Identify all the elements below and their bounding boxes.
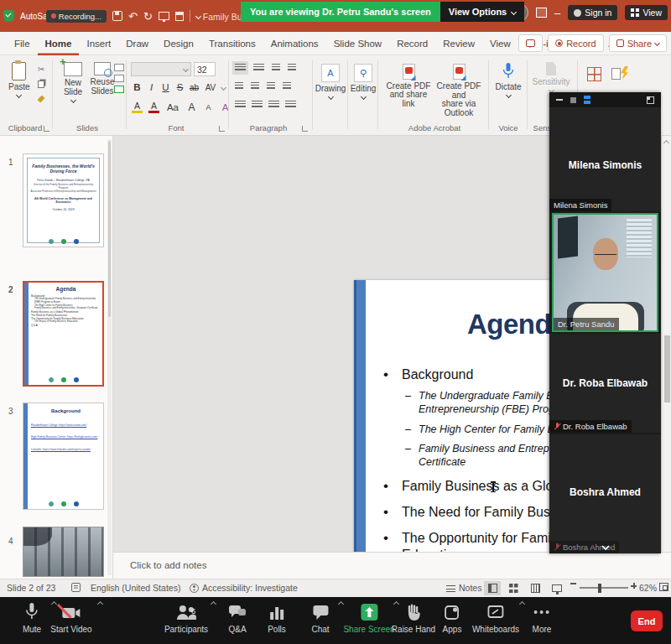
comments-button[interactable]	[518, 34, 543, 52]
align-left-button[interactable]	[235, 101, 246, 109]
columns-button[interactable]	[267, 82, 275, 91]
participant-tile-milena[interactable]: Milena Simonis Milena Simonis	[549, 107, 661, 211]
format-painter-icon[interactable]	[35, 94, 47, 104]
chat-button[interactable]: Chat	[311, 604, 329, 634]
align-right-button[interactable]	[268, 101, 279, 109]
notes-placeholder[interactable]: Click to add notes	[130, 560, 206, 570]
shadow-button[interactable]: S	[174, 82, 185, 92]
tab-design[interactable]: Design	[156, 32, 201, 55]
decrease-font-size-button[interactable]: A	[203, 103, 214, 112]
panel-speaker-view-icon[interactable]	[570, 97, 576, 103]
reset-icon[interactable]	[114, 75, 124, 82]
participant-video-petru[interactable]: Dr. Petru Sandu	[552, 213, 658, 332]
clear-formatting-button[interactable]: A	[220, 102, 231, 112]
panel-minimize-icon[interactable]	[556, 99, 563, 101]
copy-icon[interactable]	[35, 79, 47, 89]
record-button[interactable]: Record	[548, 34, 603, 52]
bullets-button[interactable]	[235, 64, 246, 72]
slide-thumbnail-4[interactable]	[23, 527, 104, 577]
italic-button[interactable]: I	[146, 82, 157, 92]
bold-button[interactable]: B	[132, 82, 143, 92]
slide-thumbnail-1[interactable]: Family Businesses, the World's Driving F…	[23, 153, 104, 247]
whiteboards-options-caret-icon[interactable]	[519, 601, 525, 607]
change-case-button[interactable]: Aa	[165, 102, 180, 112]
slide-thumbnail-2-selected[interactable]: Agenda Background The Undergraduate Fami…	[23, 281, 104, 387]
paste-button[interactable]: Paste	[8, 62, 30, 97]
view-options-button[interactable]: View Options	[440, 2, 524, 22]
slide-thumbnail-3[interactable]: Background Elizabethtown College: https:…	[23, 402, 104, 510]
zoom-out-button[interactable]	[570, 583, 576, 584]
tab-draw[interactable]: Draw	[118, 32, 156, 55]
share-button[interactable]: Share	[609, 34, 667, 52]
decrease-indent-button[interactable]	[235, 82, 243, 91]
font-size-combobox[interactable]: 32	[194, 62, 216, 76]
spellcheck-icon[interactable]	[71, 583, 81, 592]
raise-hand-button[interactable]: Raise Hand	[392, 604, 435, 634]
scrollbar-thumb[interactable]	[664, 335, 670, 402]
addin-grid-icon[interactable]	[587, 67, 601, 81]
zoom-view-button[interactable]: View	[625, 5, 668, 20]
font-color-button[interactable]: A	[148, 101, 159, 113]
text-direction-button[interactable]	[283, 82, 291, 91]
zoom-slider[interactable]	[580, 587, 628, 589]
section-icon[interactable]	[114, 86, 124, 93]
notes-pane[interactable]: Click to add notes	[113, 552, 671, 579]
zoom-level[interactable]: 62%	[639, 583, 657, 593]
accessibility-status[interactable]: Accessibility: Investigate	[190, 583, 298, 593]
line-spacing-button[interactable]	[288, 64, 296, 72]
tab-slide-show[interactable]: Slide Show	[326, 32, 390, 55]
increase-font-size-button[interactable]: A	[186, 101, 197, 113]
polls-button[interactable]: Polls	[268, 604, 286, 634]
font-name-combobox[interactable]	[131, 62, 191, 76]
character-spacing-button[interactable]: AV	[203, 83, 218, 92]
align-center-button[interactable]	[252, 101, 263, 109]
highlight-color-button[interactable]: A	[132, 101, 143, 113]
end-meeting-button[interactable]: End	[631, 610, 663, 631]
mute-button[interactable]: Mute	[23, 604, 41, 634]
participant-tile-boshra[interactable]: Boshra Ahmed Boshra Ahmed	[549, 434, 661, 553]
qa-button[interactable]: Q&A	[228, 604, 247, 634]
layout-icon[interactable]	[114, 64, 124, 71]
slide-scrollbar[interactable]	[661, 136, 671, 579]
scroll-up-icon[interactable]	[663, 140, 669, 146]
numbering-button[interactable]	[253, 64, 264, 72]
create-pdf-share-outlook-button[interactable]: Create PDF and share via Outlook	[433, 64, 485, 117]
whiteboards-button[interactable]: Whiteboards	[472, 604, 519, 634]
participant-tile-roba[interactable]: Dr. Roba Elbawab Dr. Roba Elbawab	[549, 334, 661, 433]
reuse-slides-button[interactable]: Reuse Slides	[89, 62, 116, 96]
reading-view-button[interactable]	[527, 581, 544, 595]
tab-animations[interactable]: Animations	[263, 32, 326, 55]
tab-transitions[interactable]: Transitions	[201, 32, 263, 55]
sign-in-button[interactable]: Sign in	[568, 5, 617, 20]
share-screen-button[interactable]: Share Screen	[343, 604, 394, 634]
tab-record[interactable]: Record	[389, 32, 435, 55]
panel-popout-icon[interactable]	[647, 96, 654, 104]
participants-button[interactable]: Participants 6	[164, 604, 208, 634]
tab-insert[interactable]: Insert	[79, 32, 118, 55]
underline-button[interactable]: U	[160, 82, 171, 92]
fit-to-window-button[interactable]	[659, 583, 668, 591]
normal-view-button[interactable]	[484, 581, 501, 595]
create-pdf-share-link-button[interactable]: Create PDF and share link	[384, 64, 433, 108]
new-slide-button[interactable]: New Slide	[57, 62, 89, 102]
tab-file[interactable]: File	[7, 32, 38, 55]
start-video-button[interactable]: Start Video	[50, 604, 91, 634]
dictate-button[interactable]: Dictate	[493, 62, 523, 97]
apps-button[interactable]: Apps	[443, 604, 462, 634]
strikethrough-button[interactable]: ab	[189, 83, 200, 92]
justify-button[interactable]	[285, 101, 296, 109]
thumbnail-scrollbar[interactable]	[107, 139, 112, 575]
slide-sorter-view-button[interactable]	[505, 581, 522, 595]
minimize-button[interactable]: –	[554, 7, 560, 19]
indent-button[interactable]	[272, 64, 280, 72]
editing-button[interactable]: ⚲ Editing	[349, 64, 377, 99]
ribbon-display-options-icon[interactable]	[536, 8, 547, 18]
drawing-button[interactable]: A Drawing	[315, 64, 346, 99]
clipboard-dialog-launcher[interactable]	[44, 126, 49, 132]
panel-gallery-view-icon[interactable]	[584, 96, 590, 104]
language-status[interactable]: English (United States)	[91, 583, 180, 593]
notes-toggle-button[interactable]: Notes	[446, 583, 481, 593]
zoom-in-button[interactable]	[631, 583, 637, 589]
font-dialog-launcher[interactable]	[219, 126, 225, 132]
tab-home[interactable]: Home	[38, 32, 80, 55]
